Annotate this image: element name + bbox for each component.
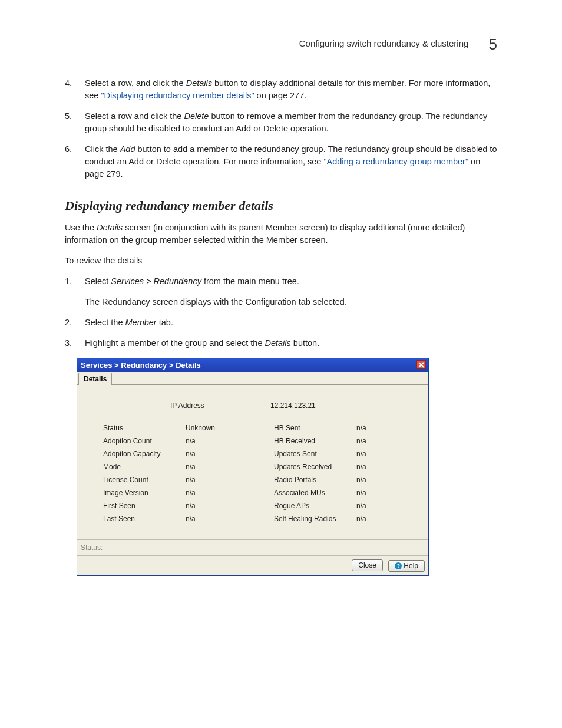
dialog-tabbar: Details (77, 372, 428, 385)
field-label: License Count (103, 473, 186, 486)
close-button[interactable]: Close (352, 559, 383, 571)
running-title: Configuring switch redundancy & clusteri… (299, 38, 469, 48)
field-value: n/a (186, 434, 274, 447)
field-value: n/a (356, 499, 404, 512)
field-value: n/a (186, 460, 274, 473)
intro-para: Use the Details screen (in conjunction w… (65, 222, 497, 246)
field-label: Last Seen (103, 512, 186, 525)
field-value: n/a (186, 447, 274, 460)
field-value: n/a (356, 512, 404, 525)
dialog-titlebar: Services > Redundancy > Details (77, 358, 428, 372)
field-value: n/a (356, 460, 404, 473)
field-label: HB Sent (274, 421, 356, 434)
field-label: First Seen (103, 499, 186, 512)
field-label: Self Healing Radios (274, 512, 356, 525)
detail-columns: Status Adoption Count Adoption Capacity … (88, 421, 418, 525)
left-values-col: Unknown n/a n/a n/a n/a n/a n/a n/a (186, 421, 274, 525)
ip-value: 12.214.123.21 (270, 401, 316, 410)
step-number: 5. (65, 110, 72, 123)
field-label: Adoption Count (103, 434, 186, 447)
step-6: 6. Click the Add button to add a member … (65, 143, 497, 180)
dialog-body: IP Address 12.214.123.21 Status Adoption… (77, 385, 428, 539)
review-para: To review the details (65, 255, 497, 267)
step-b2: 2. Select the Member tab. (65, 317, 497, 329)
tab-details[interactable]: Details (78, 373, 112, 385)
step-number: 4. (65, 77, 72, 90)
status-label: Status: (81, 543, 103, 552)
link-adding-member[interactable]: "Adding a redundancy group member" (323, 157, 468, 166)
field-label: Adoption Capacity (103, 447, 186, 460)
field-label: Updates Sent (274, 447, 356, 460)
field-label: Associated MUs (274, 486, 356, 499)
field-label: Image Version (103, 486, 186, 499)
field-label: HB Received (274, 434, 356, 447)
step-number: 3. (65, 337, 72, 350)
dialog-title: Services > Redundancy > Details (81, 361, 201, 370)
ip-label: IP Address (88, 401, 270, 410)
status-bar: Status: (77, 539, 428, 555)
field-value: n/a (356, 447, 404, 460)
step-number: 6. (65, 143, 72, 156)
step-b1: 1. Select Services > Redundancy from the… (65, 275, 497, 288)
field-label: Updates Received (274, 460, 356, 473)
link-displaying-details[interactable]: "Displaying redundancy member details" (101, 91, 254, 100)
field-value: n/a (356, 473, 404, 486)
chapter-number: 5 (489, 35, 497, 53)
field-value: n/a (356, 486, 404, 499)
field-label: Status (103, 421, 186, 434)
field-value: Unknown (186, 421, 274, 434)
field-value: n/a (186, 512, 274, 525)
step-number: 1. (65, 275, 72, 288)
field-label: Radio Portals (274, 473, 356, 486)
close-icon[interactable] (416, 360, 426, 369)
help-button[interactable]: ? Help (388, 560, 425, 572)
ip-row: IP Address 12.214.123.21 (88, 401, 418, 410)
step-5: 5. Select a row and click the Delete but… (65, 110, 497, 135)
field-value: n/a (356, 421, 404, 434)
page-header: Configuring switch redundancy & clusteri… (65, 35, 497, 54)
step-b3: 3. Highlight a member of the group and s… (65, 337, 497, 350)
button-bar: Close ? Help (77, 555, 428, 575)
page: Configuring switch redundancy & clusteri… (0, 0, 562, 611)
right-values-col: n/a n/a n/a n/a n/a n/a n/a n/a (356, 421, 404, 525)
field-value: n/a (356, 434, 404, 447)
field-label: Mode (103, 460, 186, 473)
step-4: 4. Select a row, and click the Details b… (65, 77, 497, 102)
help-icon: ? (395, 562, 402, 569)
right-labels-col: HB Sent HB Received Updates Sent Updates… (274, 421, 356, 525)
step-b1-sub: The Redundancy screen displays with the … (85, 296, 497, 308)
details-dialog: Services > Redundancy > Details Details … (77, 358, 429, 576)
field-label: Rogue APs (274, 499, 356, 512)
field-value: n/a (186, 473, 274, 486)
left-labels-col: Status Adoption Count Adoption Capacity … (88, 421, 186, 525)
section-heading: Displaying redundancy member details (65, 198, 497, 213)
step-number: 2. (65, 317, 72, 329)
field-value: n/a (186, 486, 274, 499)
field-value: n/a (186, 499, 274, 512)
